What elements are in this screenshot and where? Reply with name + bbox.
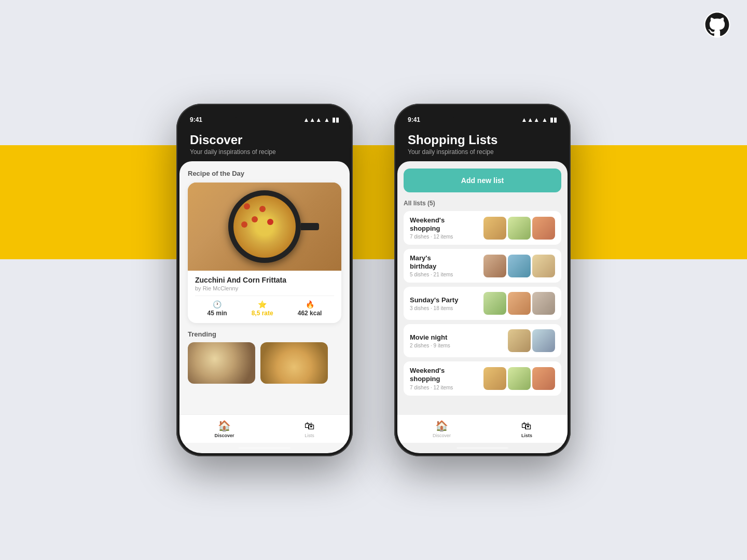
list-thumb-2-2: [532, 292, 555, 315]
list-item-4[interactable]: Weekend'sshopping 7 dishes · 12 items: [404, 361, 561, 395]
tab-bar-left: 🏠 Discover 🛍 Lists: [179, 414, 350, 443]
list-images-3: [508, 329, 555, 352]
pan-circle: [228, 190, 301, 263]
signal-icon-left: ▲▲▲: [303, 116, 322, 123]
home-icon-right: 🏠: [435, 419, 448, 432]
all-lists-label: All lists (5): [404, 200, 561, 207]
list-thumb-4-1: [508, 367, 531, 390]
list-name-3: Movie night: [410, 333, 508, 342]
phone-discover: 9:41 ▲▲▲ ▲ ▮▮ Discover Your daily inspir…: [176, 104, 353, 456]
signal-icon-right: ▲▲▲: [521, 116, 540, 123]
list-thumb-2-1: [508, 292, 531, 315]
bag-icon-right: 🛍: [521, 420, 532, 432]
pan-food: [233, 195, 296, 258]
pan-handle: [301, 223, 319, 230]
notch-right: [449, 107, 516, 118]
discover-subtitle: Your daily inspirations of recipe: [190, 148, 339, 156]
shopping-content: Add new list All lists (5) Weekend'sshop…: [397, 161, 568, 453]
star-icon: ⭐: [258, 300, 267, 309]
tab-lists-right[interactable]: 🛍 Lists: [521, 420, 532, 438]
home-indicator-left: [239, 447, 290, 449]
stat-kcal-val: 462 kcal: [298, 310, 322, 317]
tab-lists-label-right: Lists: [521, 433, 532, 438]
tab-lists-left[interactable]: 🛍 Lists: [305, 420, 315, 438]
shopping-subtitle: Your daily inspirations of recipe: [408, 148, 557, 156]
list-info-1: Mary'sbirthday 5 dishes · 21 items: [410, 254, 483, 277]
list-name-1: Mary'sbirthday: [410, 254, 483, 270]
list-item-2[interactable]: Sunday's Party 3 dishes · 18 items: [404, 287, 561, 320]
list-item-0[interactable]: Weekend'sshopping 7 dishes · 12 items: [404, 211, 561, 245]
battery-icon-left: ▮▮: [332, 116, 339, 123]
wifi-icon-left: ▲: [324, 116, 330, 123]
recipe-card[interactable]: Zucchini And Corn Frittata by Rie McClen…: [188, 183, 341, 323]
recipe-stats: 🕐 45 min ⭐ 8,5 rate 🔥 462 kcal: [195, 296, 334, 319]
github-icon[interactable]: [703, 10, 731, 39]
stat-rate: ⭐ 8,5 rate: [252, 300, 273, 317]
tab-lists-label-left: Lists: [305, 433, 314, 438]
list-name-4: Weekend'sshopping: [410, 367, 483, 383]
recipe-author: by Rie McClenny: [195, 285, 334, 291]
list-name-0: Weekend'sshopping: [410, 216, 483, 232]
home-icon-left: 🏠: [218, 419, 231, 432]
list-images-2: [483, 292, 555, 315]
time-left: 9:41: [190, 116, 202, 123]
phones-wrapper: 9:41 ▲▲▲ ▲ ▮▮ Discover Your daily inspir…: [0, 0, 747, 560]
add-btn-label: Add new list: [461, 176, 504, 185]
list-images-4: [483, 367, 555, 390]
pan-bg: [188, 183, 341, 271]
list-thumb-4-2: [532, 367, 555, 390]
flame-icon: 🔥: [306, 300, 314, 309]
recipe-image: [188, 183, 341, 271]
tab-discover-label-left: Discover: [214, 433, 234, 438]
shopping-screen: 9:41 ▲▲▲ ▲ ▮▮ Shopping Lists Your daily …: [397, 107, 568, 453]
tab-discover-left[interactable]: 🏠 Discover: [214, 419, 234, 438]
recipe-info: Zucchini And Corn Frittata by Rie McClen…: [188, 271, 341, 323]
phone-shopping: 9:41 ▲▲▲ ▲ ▮▮ Shopping Lists Your daily …: [394, 104, 571, 456]
list-thumb-1-0: [483, 255, 506, 277]
list-name-2: Sunday's Party: [410, 296, 483, 304]
battery-icon-right: ▮▮: [550, 116, 557, 123]
list-item-3[interactable]: Movie night 2 dishes · 9 items: [404, 324, 561, 357]
list-meta-1: 5 dishes · 21 items: [410, 272, 483, 277]
list-images-0: [483, 217, 555, 240]
list-info-4: Weekend'sshopping 7 dishes · 12 items: [410, 367, 483, 390]
recipe-of-day-label: Recipe of the Day: [188, 170, 341, 177]
phone-shopping-inner: 9:41 ▲▲▲ ▲ ▮▮ Shopping Lists Your daily …: [397, 107, 568, 453]
add-new-list-button[interactable]: Add new list: [404, 169, 561, 192]
list-meta-3: 2 dishes · 9 items: [410, 343, 508, 348]
list-thumb-2-0: [483, 292, 506, 315]
list-thumb-0-1: [508, 217, 531, 240]
list-thumb-1-2: [532, 255, 555, 277]
trending-label: Trending: [188, 330, 341, 338]
time-right: 9:41: [408, 116, 420, 123]
phone-discover-inner: 9:41 ▲▲▲ ▲ ▮▮ Discover Your daily inspir…: [179, 107, 350, 453]
list-thumb-0-0: [483, 217, 506, 240]
list-item-1[interactable]: Mary'sbirthday 5 dishes · 21 items: [404, 249, 561, 283]
clock-icon: 🕐: [213, 300, 222, 309]
trending-item-2[interactable]: [260, 342, 328, 384]
stat-time-val: 45 min: [208, 310, 227, 317]
stat-rate-val: 8,5 rate: [252, 310, 273, 317]
status-icons-right: ▲▲▲ ▲ ▮▮: [521, 116, 557, 123]
status-icons-left: ▲▲▲ ▲ ▮▮: [303, 116, 339, 123]
discover-content: Recipe of the Day Zucc: [179, 161, 350, 453]
trending-row: [188, 342, 341, 384]
list-info-3: Movie night 2 dishes · 9 items: [410, 333, 508, 349]
list-meta-0: 7 dishes · 12 items: [410, 234, 483, 240]
list-images-1: [483, 255, 555, 277]
bag-icon-left: 🛍: [305, 420, 315, 432]
tab-discover-label-right: Discover: [433, 433, 451, 438]
list-info-2: Sunday's Party 3 dishes · 18 items: [410, 296, 483, 312]
list-meta-2: 3 dishes · 18 items: [410, 305, 483, 311]
shopping-title: Shopping Lists: [408, 133, 557, 147]
list-thumb-3-1: [532, 329, 555, 352]
trending-item-1[interactable]: [188, 342, 255, 384]
tab-bar-right: 🏠 Discover 🛍 Lists: [397, 414, 568, 443]
wifi-icon-right: ▲: [542, 116, 548, 123]
list-thumb-4-0: [483, 367, 506, 390]
discover-title: Discover: [190, 133, 339, 147]
recipe-name: Zucchini And Corn Frittata: [195, 276, 334, 284]
tab-discover-right[interactable]: 🏠 Discover: [433, 419, 451, 438]
stat-time: 🕐 45 min: [208, 300, 227, 317]
list-thumb-1-1: [508, 255, 531, 277]
